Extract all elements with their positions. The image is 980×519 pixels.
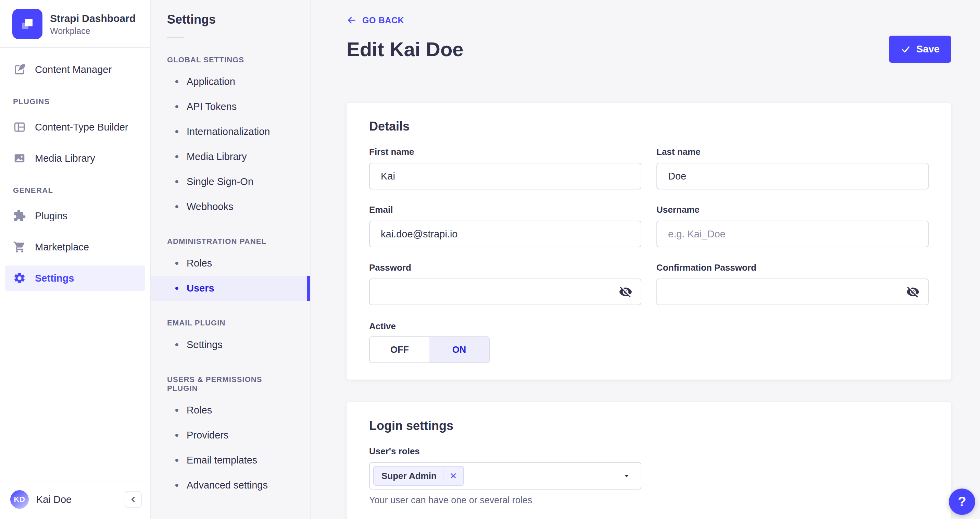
- confirmation-password-input[interactable]: [656, 279, 929, 305]
- brand-subtitle: Workplace: [50, 26, 135, 36]
- toggle-off-button[interactable]: OFF: [370, 337, 430, 363]
- main-sidebar: Strapi Dashboard Workplace Content Manag…: [0, 0, 151, 519]
- subnav-item-admin-roles[interactable]: Roles: [151, 251, 310, 276]
- check-icon: [900, 44, 911, 54]
- bullet-icon: [175, 343, 178, 346]
- sidebar-item-settings[interactable]: Settings: [5, 266, 145, 291]
- details-form-grid: First name Last name Email Username: [369, 146, 929, 305]
- eye-off-icon: [619, 285, 632, 299]
- last-name-label: Last name: [656, 146, 929, 157]
- layout-icon: [13, 121, 26, 134]
- subnav-item-webhooks[interactable]: Webhooks: [151, 194, 310, 219]
- settings-subnav: Settings GLOBAL SETTINGS Application API…: [151, 0, 310, 519]
- subnav-section-administration-panel: ADMINISTRATION PANEL: [151, 237, 310, 246]
- close-icon: [449, 471, 458, 480]
- sidebar-item-label: Content Manager: [35, 64, 111, 75]
- subnav-item-media-library[interactable]: Media Library: [151, 144, 310, 169]
- subnav-item-admin-users[interactable]: Users: [151, 276, 310, 301]
- toggle-password-visibility-button[interactable]: [619, 285, 632, 299]
- toggle-on-button[interactable]: ON: [430, 337, 489, 363]
- sidebar-item-media-library[interactable]: Media Library: [5, 146, 145, 171]
- help-button[interactable]: ?: [949, 489, 975, 515]
- sidebar-item-label: Media Library: [35, 153, 95, 164]
- remove-role-button[interactable]: [449, 471, 463, 480]
- last-name-field-group: Last name: [656, 146, 929, 189]
- bullet-icon: [175, 262, 178, 265]
- last-name-input[interactable]: [656, 163, 929, 189]
- sidebar-item-content-manager[interactable]: Content Manager: [5, 57, 145, 82]
- login-settings-heading: Login settings: [369, 419, 929, 433]
- caret-down-icon: [622, 471, 631, 480]
- subnav-item-api-tokens[interactable]: API Tokens: [151, 94, 310, 119]
- go-back-label: GO BACK: [362, 16, 404, 25]
- question-mark-label: ?: [958, 494, 966, 509]
- subnav-title: Settings: [151, 12, 310, 27]
- email-label: Email: [369, 204, 641, 215]
- sidebar-item-marketplace[interactable]: Marketplace: [5, 234, 145, 260]
- bullet-icon: [175, 409, 178, 412]
- active-label: Active: [369, 321, 929, 332]
- subnav-item-internationalization[interactable]: Internationalization: [151, 119, 310, 144]
- gear-icon: [13, 272, 26, 285]
- puzzle-icon: [13, 209, 26, 222]
- password-field-group: Password: [369, 263, 641, 305]
- sidebar-item-content-type-builder[interactable]: Content-Type Builder: [5, 115, 145, 140]
- role-chip-label: Super Admin: [382, 471, 437, 481]
- password-input[interactable]: [369, 279, 641, 305]
- collapse-sidebar-button[interactable]: [125, 491, 142, 508]
- title-row: Edit Kai Doe Save: [347, 36, 951, 63]
- subnav-item-label: Settings: [187, 339, 223, 350]
- bullet-icon: [175, 155, 178, 158]
- active-toggle-group: Active OFF ON: [369, 321, 929, 363]
- subnav-item-advanced-settings[interactable]: Advanced settings: [151, 473, 310, 498]
- sidebar-section-general: GENERAL: [13, 186, 137, 195]
- subnav-item-up-roles[interactable]: Roles: [151, 398, 310, 423]
- email-input[interactable]: [369, 221, 641, 247]
- page-title: Edit Kai Doe: [347, 37, 464, 61]
- password-label: Password: [369, 263, 641, 273]
- subnav-item-label: Single Sign-On: [187, 176, 253, 187]
- chip-divider: [443, 470, 444, 481]
- bullet-icon: [175, 130, 178, 133]
- chevron-left-icon: [129, 495, 138, 504]
- brand: Strapi Dashboard Workplace: [0, 0, 150, 47]
- subnav-item-single-sign-on[interactable]: Single Sign-On: [151, 169, 310, 194]
- subnav-section-global-settings: GLOBAL SETTINGS: [151, 56, 310, 64]
- brand-title: Strapi Dashboard: [50, 12, 135, 25]
- bullet-icon: [175, 105, 178, 108]
- first-name-field-group: First name: [369, 146, 641, 189]
- confirmation-password-field-group: Confirmation Password: [656, 263, 929, 305]
- details-heading: Details: [369, 119, 929, 134]
- sidebar-item-label: Plugins: [35, 210, 67, 222]
- brand-text: Strapi Dashboard Workplace: [50, 12, 135, 36]
- email-field-group: Email: [369, 204, 641, 247]
- users-roles-label: User's roles: [369, 446, 929, 457]
- subnav-item-email-settings[interactable]: Settings: [151, 332, 310, 357]
- subnav-item-label: Roles: [187, 258, 212, 269]
- main-content: GO BACK Edit Kai Doe Save Details First …: [310, 0, 980, 519]
- subnav-item-label: Users: [187, 283, 214, 294]
- username-label: Username: [656, 204, 929, 215]
- first-name-input[interactable]: [369, 163, 641, 189]
- details-card: Details First name Last name Email: [347, 103, 951, 380]
- go-back-link[interactable]: GO BACK: [347, 15, 404, 25]
- first-name-label: First name: [369, 146, 641, 157]
- user-name: Kai Doe: [36, 494, 72, 505]
- subnav-item-label: Roles: [187, 404, 212, 416]
- toggle-confirmation-visibility-button[interactable]: [906, 285, 920, 299]
- avatar: KD: [10, 490, 29, 509]
- roles-multiselect[interactable]: Super Admin: [369, 462, 641, 490]
- bullet-icon: [175, 484, 178, 487]
- subnav-item-label: Media Library: [187, 151, 247, 162]
- sidebar-section-plugins: PLUGINS: [13, 97, 137, 106]
- subnav-item-application[interactable]: Application: [151, 69, 310, 94]
- subnav-item-email-templates[interactable]: Email templates: [151, 448, 310, 473]
- save-button[interactable]: Save: [889, 36, 951, 63]
- username-input[interactable]: [656, 221, 929, 247]
- subnav-item-label: Internationalization: [187, 126, 270, 137]
- bullet-icon: [175, 80, 178, 83]
- subnav-item-providers[interactable]: Providers: [151, 423, 310, 448]
- sidebar-item-plugins[interactable]: Plugins: [5, 203, 145, 229]
- sidebar-item-label: Marketplace: [35, 242, 89, 253]
- cart-icon: [13, 240, 26, 253]
